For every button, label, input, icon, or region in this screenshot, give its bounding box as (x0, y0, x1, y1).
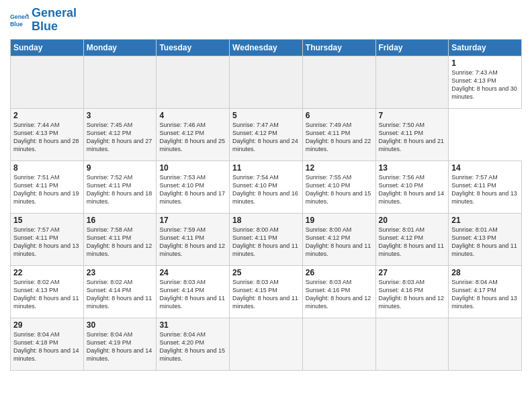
calendar-cell: 7Sunrise: 7:50 AMSunset: 4:11 PMDaylight… (375, 108, 449, 161)
day-info: Sunrise: 7:46 AMSunset: 4:12 PMDaylight:… (159, 121, 226, 154)
day-info: Sunrise: 7:53 AMSunset: 4:10 PMDaylight:… (159, 173, 226, 206)
day-info: Sunrise: 7:55 AMSunset: 4:10 PMDaylight:… (306, 173, 373, 206)
day-number: 17 (159, 216, 226, 225)
calendar-cell: 8Sunrise: 7:51 AMSunset: 4:11 PMDaylight… (11, 161, 84, 213)
day-number: 14 (451, 163, 519, 173)
weekday-header: Saturday (449, 39, 522, 56)
day-number: 29 (13, 320, 81, 330)
day-number: 20 (379, 216, 446, 225)
day-info: Sunrise: 8:01 AMSunset: 4:13 PMDaylight:… (451, 226, 519, 259)
svg-text:General: General (10, 13, 29, 20)
calendar-cell: 20Sunrise: 8:01 AMSunset: 4:12 PMDayligh… (375, 213, 449, 265)
day-info: Sunrise: 7:44 AMSunset: 4:13 PMDaylight:… (13, 121, 81, 154)
calendar-cell (375, 318, 449, 370)
day-number: 24 (159, 268, 226, 277)
page: General Blue General Blue SundayMondayTu… (0, 0, 532, 411)
day-number: 30 (87, 320, 154, 330)
day-number: 31 (159, 320, 226, 330)
calendar-cell: 10Sunrise: 7:53 AMSunset: 4:10 PMDayligh… (157, 161, 230, 213)
day-info: Sunrise: 7:57 AMSunset: 4:11 PMDaylight:… (13, 226, 81, 259)
day-info: Sunrise: 8:04 AMSunset: 4:20 PMDaylight:… (159, 330, 226, 363)
day-number: 2 (13, 111, 81, 120)
calendar-cell (83, 56, 157, 108)
calendar-row: 2Sunrise: 7:44 AMSunset: 4:13 PMDaylight… (11, 108, 522, 161)
calendar-cell: 29Sunrise: 8:04 AMSunset: 4:18 PMDayligh… (11, 318, 84, 370)
day-info: Sunrise: 8:04 AMSunset: 4:17 PMDaylight:… (451, 278, 519, 311)
day-info: Sunrise: 7:47 AMSunset: 4:12 PMDaylight:… (232, 121, 300, 154)
calendar-cell: 30Sunrise: 8:04 AMSunset: 4:19 PMDayligh… (83, 318, 157, 370)
calendar-cell: 14Sunrise: 7:57 AMSunset: 4:11 PMDayligh… (449, 161, 522, 213)
day-info: Sunrise: 7:57 AMSunset: 4:11 PMDaylight:… (451, 173, 519, 206)
day-info: Sunrise: 8:00 AMSunset: 4:12 PMDaylight:… (306, 226, 373, 259)
day-info: Sunrise: 7:51 AMSunset: 4:11 PMDaylight:… (13, 173, 81, 206)
day-info: Sunrise: 8:03 AMSunset: 4:15 PMDaylight:… (232, 278, 300, 311)
day-info: Sunrise: 8:03 AMSunset: 4:16 PMDaylight:… (379, 278, 446, 311)
calendar-row: 22Sunrise: 8:02 AMSunset: 4:13 PMDayligh… (11, 265, 522, 318)
day-number: 4 (159, 111, 226, 120)
day-number: 15 (13, 216, 81, 225)
calendar-cell (302, 318, 375, 370)
day-info: Sunrise: 7:56 AMSunset: 4:10 PMDaylight:… (379, 173, 446, 206)
day-number: 11 (232, 163, 300, 173)
calendar-cell: 4Sunrise: 7:46 AMSunset: 4:12 PMDaylight… (157, 108, 230, 161)
day-info: Sunrise: 7:54 AMSunset: 4:10 PMDaylight:… (232, 173, 300, 206)
day-info: Sunrise: 8:04 AMSunset: 4:18 PMDaylight:… (13, 330, 81, 363)
day-number: 7 (379, 111, 446, 120)
day-number: 6 (306, 111, 373, 120)
calendar-cell: 22Sunrise: 8:02 AMSunset: 4:13 PMDayligh… (11, 265, 84, 318)
day-number: 16 (87, 216, 154, 225)
day-info: Sunrise: 8:02 AMSunset: 4:13 PMDaylight:… (13, 278, 81, 311)
calendar-cell: 26Sunrise: 8:03 AMSunset: 4:16 PMDayligh… (302, 265, 375, 318)
calendar-cell (230, 318, 303, 370)
weekday-header: Sunday (11, 39, 84, 56)
calendar-cell (230, 56, 303, 108)
calendar-cell: 27Sunrise: 8:03 AMSunset: 4:16 PMDayligh… (375, 265, 449, 318)
calendar-cell: 19Sunrise: 8:00 AMSunset: 4:12 PMDayligh… (302, 213, 375, 265)
calendar-cell: 9Sunrise: 7:52 AMSunset: 4:11 PMDaylight… (83, 161, 157, 213)
day-info: Sunrise: 8:01 AMSunset: 4:12 PMDaylight:… (379, 226, 446, 259)
calendar-cell: 2Sunrise: 7:44 AMSunset: 4:13 PMDaylight… (11, 108, 84, 161)
day-number: 25 (232, 268, 300, 277)
day-info: Sunrise: 7:43 AMSunset: 4:13 PMDaylight:… (451, 68, 519, 101)
logo-text: General Blue (32, 7, 77, 34)
svg-text:Blue: Blue (10, 21, 23, 28)
day-number: 26 (306, 268, 373, 277)
weekday-header: Wednesday (230, 39, 303, 56)
day-number: 1 (451, 58, 519, 68)
logo-general: General (32, 6, 77, 19)
day-number: 5 (232, 111, 300, 120)
day-info: Sunrise: 8:03 AMSunset: 4:16 PMDaylight:… (306, 278, 373, 311)
day-info: Sunrise: 7:59 AMSunset: 4:11 PMDaylight:… (159, 226, 226, 259)
calendar-cell (11, 56, 84, 108)
weekday-header: Tuesday (157, 39, 230, 56)
calendar-cell: 16Sunrise: 7:58 AMSunset: 4:11 PMDayligh… (83, 213, 157, 265)
day-number: 22 (13, 268, 81, 277)
day-number: 23 (87, 268, 154, 277)
day-number: 18 (232, 216, 300, 225)
calendar-row: 15Sunrise: 7:57 AMSunset: 4:11 PMDayligh… (11, 213, 522, 265)
calendar-cell (157, 56, 230, 108)
day-info: Sunrise: 8:00 AMSunset: 4:11 PMDaylight:… (232, 226, 300, 259)
day-number: 10 (159, 163, 226, 173)
calendar-cell: 25Sunrise: 8:03 AMSunset: 4:15 PMDayligh… (230, 265, 303, 318)
calendar: SundayMondayTuesdayWednesdayThursdayFrid… (10, 39, 522, 371)
logo: General Blue General Blue (10, 7, 77, 34)
weekday-header: Thursday (302, 39, 375, 56)
calendar-cell (302, 56, 375, 108)
day-info: Sunrise: 7:49 AMSunset: 4:11 PMDaylight:… (306, 121, 373, 154)
calendar-cell: 11Sunrise: 7:54 AMSunset: 4:10 PMDayligh… (230, 161, 303, 213)
day-info: Sunrise: 7:45 AMSunset: 4:12 PMDaylight:… (87, 121, 154, 154)
calendar-cell (375, 56, 449, 108)
calendar-cell: 3Sunrise: 7:45 AMSunset: 4:12 PMDaylight… (83, 108, 157, 161)
calendar-row: 8Sunrise: 7:51 AMSunset: 4:11 PMDaylight… (11, 161, 522, 213)
logo-blue: Blue (32, 19, 58, 33)
calendar-cell: 28Sunrise: 8:04 AMSunset: 4:17 PMDayligh… (449, 265, 522, 318)
day-info: Sunrise: 7:58 AMSunset: 4:11 PMDaylight:… (87, 226, 154, 259)
weekday-header: Monday (83, 39, 157, 56)
day-info: Sunrise: 8:02 AMSunset: 4:14 PMDaylight:… (87, 278, 154, 311)
calendar-cell: 15Sunrise: 7:57 AMSunset: 4:11 PMDayligh… (11, 213, 84, 265)
calendar-cell: 23Sunrise: 8:02 AMSunset: 4:14 PMDayligh… (83, 265, 157, 318)
calendar-cell: 6Sunrise: 7:49 AMSunset: 4:11 PMDaylight… (302, 108, 375, 161)
calendar-cell (449, 318, 522, 370)
calendar-row: 29Sunrise: 8:04 AMSunset: 4:18 PMDayligh… (11, 318, 522, 370)
